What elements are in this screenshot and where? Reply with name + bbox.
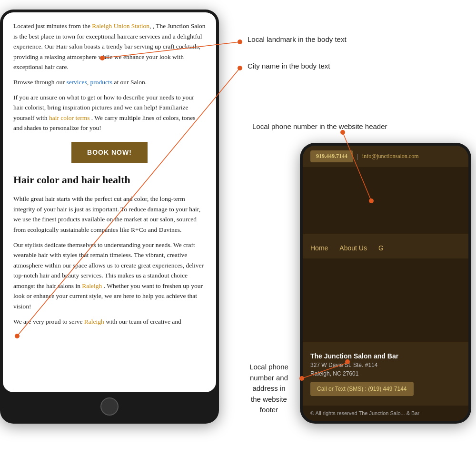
annotation-label-4: Local phone number and address in the we…: [243, 362, 295, 416]
section-heading: Hair color and hair health: [13, 171, 206, 188]
footer-cta-button[interactable]: Call or Text (SMS) : (919) 449 7144: [310, 382, 414, 396]
tablet-screen: Located just minutes from the Raleigh Un…: [3, 12, 216, 392]
hair-color-link[interactable]: hair color terms: [49, 114, 89, 121]
phone-footer: The Junction Salon and Bar 327 W Davie S…: [303, 346, 468, 403]
products-link[interactable]: products: [90, 79, 113, 86]
annotation-label-1: Local landmark in the body text: [248, 34, 347, 44]
nav-about-us[interactable]: About Us: [339, 244, 367, 252]
annotation-label-3: Local phone number in the website header: [252, 121, 387, 131]
email-address[interactable]: info@junctionsalon.com: [362, 153, 419, 160]
annotation-label-2: City name in the body text: [248, 61, 330, 71]
book-now-button[interactable]: BOOK NOW!: [71, 142, 148, 163]
copyright: © All rights reserved The Junction Salo.…: [303, 406, 468, 421]
phone-content-area: [303, 258, 468, 342]
svg-point-10: [340, 130, 345, 135]
left-content: Located just minutes from the Raleigh Un…: [3, 12, 216, 340]
city-link[interactable]: Raleigh: [82, 282, 102, 289]
nav-more[interactable]: G: [378, 244, 384, 252]
svg-point-8: [238, 40, 242, 44]
paragraph1: Located just minutes from the Raleigh Un…: [13, 21, 206, 72]
salon-address-line1: 327 W Davie St. Ste. #114: [310, 361, 461, 369]
svg-point-9: [238, 66, 242, 70]
paragraph4: Our stylists dedicate themselves to unde…: [13, 240, 206, 312]
phone-header: 919.449.7144 | info@junctionsalon.com: [303, 146, 468, 167]
phone-nav: Home About Us G: [303, 238, 468, 258]
phone-number[interactable]: 919.449.7144: [310, 150, 353, 162]
salon-name: The Junction Salon and Bar: [310, 352, 461, 360]
divider: |: [357, 153, 358, 160]
city-link2[interactable]: Raleigh: [84, 318, 104, 325]
home-button[interactable]: [100, 397, 119, 416]
phone-hero-area: [303, 167, 468, 234]
paragraph2: If you are unsure on what to get or how …: [13, 92, 206, 133]
phone-screen: 919.449.7144 | info@junctionsalon.com Ho…: [303, 146, 468, 421]
salon-address-line2: Raleigh, NC 27601: [310, 369, 461, 378]
services-link[interactable]: services: [66, 79, 87, 86]
phone-right: 919.449.7144 | info@junctionsalon.com Ho…: [300, 143, 471, 424]
paragraph1c: Browse through our services, products at…: [13, 77, 206, 88]
landmark-link[interactable]: Raleigh Union Station: [92, 22, 149, 30]
nav-home[interactable]: Home: [310, 244, 328, 252]
tablet-bottom: [3, 392, 216, 421]
paragraph3: While great hair starts with the perfect…: [13, 194, 206, 235]
tablet-left: Located just minutes from the Raleigh Un…: [0, 10, 219, 424]
paragraph5: We are very proud to serve Raleigh with …: [13, 317, 206, 327]
